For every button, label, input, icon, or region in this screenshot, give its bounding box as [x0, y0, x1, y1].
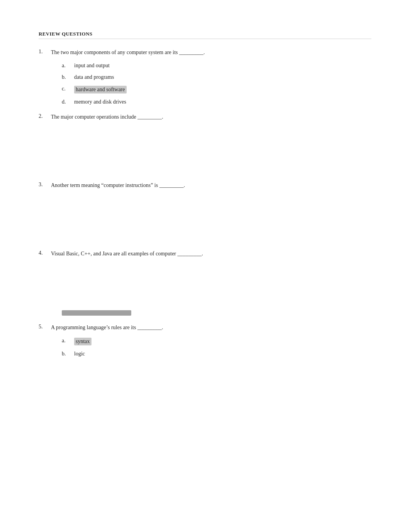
question-5-options: a. syntax b. logic	[62, 338, 371, 357]
question-1: 1. The two major components of any compu…	[39, 48, 371, 105]
option-1d: d. memory and disk drives	[62, 99, 371, 105]
option-5b-text: logic	[74, 351, 85, 357]
question-5-text: A programming language’s rules are its _…	[51, 323, 163, 331]
option-1c-letter: c.	[62, 86, 74, 92]
question-1-number: 1.	[39, 48, 51, 55]
question-5-number: 5.	[39, 323, 51, 330]
redacted-bar	[62, 310, 131, 316]
question-1-options: a. input and output b. data and programs…	[62, 63, 371, 105]
option-1b-text: data and programs	[74, 74, 114, 80]
question-2: 2. The major computer operations include…	[39, 113, 371, 173]
option-5b-letter: b.	[62, 351, 74, 357]
question-2-spacer	[39, 127, 371, 173]
question-1-row: 1. The two major components of any compu…	[39, 48, 371, 56]
option-1b-letter: b.	[62, 74, 74, 80]
question-2-number: 2.	[39, 113, 51, 119]
question-4-row: 4. Visual Basic, C++, and Java are all e…	[39, 250, 371, 258]
question-1-text: The two major components of any computer…	[51, 48, 205, 56]
question-3-text: Another term meaning “computer instructi…	[51, 181, 185, 189]
option-1d-letter: d.	[62, 99, 74, 105]
question-3-row: 3. Another term meaning “computer instru…	[39, 181, 371, 189]
question-2-row: 2. The major computer operations include…	[39, 113, 371, 121]
section-title: REVIEW QUESTIONS	[39, 31, 92, 37]
question-4-spacer	[39, 264, 371, 310]
option-1a-text: input and output	[74, 63, 110, 69]
option-1a: a. input and output	[62, 63, 371, 69]
option-5a-text: syntax	[74, 338, 91, 345]
option-1b: b. data and programs	[62, 74, 371, 80]
option-5b: b. logic	[62, 351, 371, 357]
option-5a-letter: a.	[62, 338, 74, 344]
question-3: 3. Another term meaning “computer instru…	[39, 181, 371, 242]
question-4: 4. Visual Basic, C++, and Java are all e…	[39, 250, 371, 316]
option-1c: c. hardware and software	[62, 86, 371, 93]
section-header: REVIEW QUESTIONS	[39, 31, 371, 39]
question-5-row: 5. A programming language’s rules are it…	[39, 323, 371, 331]
question-3-spacer	[39, 195, 371, 242]
option-1d-text: memory and disk drives	[74, 99, 126, 105]
question-4-text: Visual Basic, C++, and Java are all exam…	[51, 250, 203, 258]
option-1a-letter: a.	[62, 63, 74, 69]
question-5: 5. A programming language’s rules are it…	[39, 323, 371, 357]
question-3-number: 3.	[39, 181, 51, 188]
option-1c-text: hardware and software	[74, 86, 127, 93]
question-2-text: The major computer operations include __…	[51, 113, 163, 121]
option-5a: a. syntax	[62, 338, 371, 345]
question-4-number: 4.	[39, 250, 51, 256]
page-container: REVIEW QUESTIONS 1. The two major compon…	[0, 0, 410, 396]
